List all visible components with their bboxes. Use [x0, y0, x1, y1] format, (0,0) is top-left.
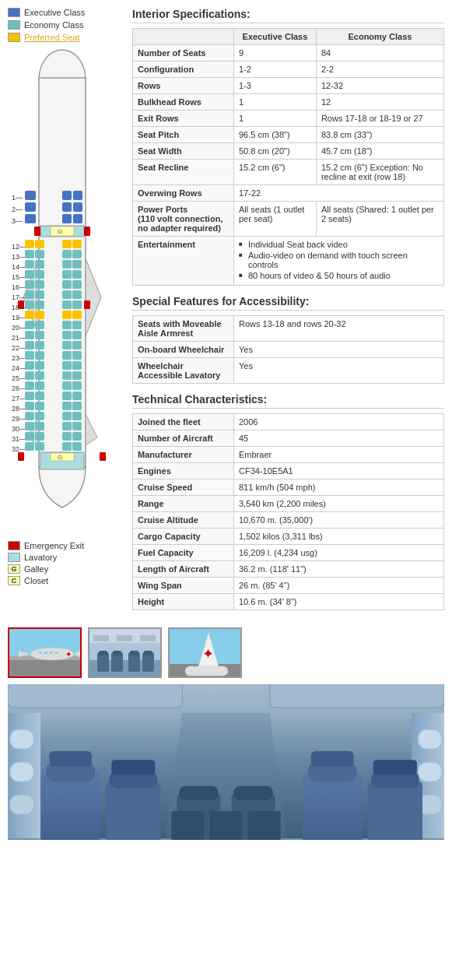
lavatory-legend-label: Lavatory — [24, 553, 57, 562]
spec-overwing-val: 17-22 — [234, 185, 444, 202]
seat-1A — [25, 191, 36, 200]
accessibility-val-wheelchair: Yes — [234, 342, 444, 358]
row-15-label: 15— — [12, 273, 26, 281]
spec-exec-seats: 9 — [234, 45, 317, 61]
spec-row-entertainment: Entertainment Individual Seat back video… — [133, 237, 444, 286]
seat-22A — [25, 341, 34, 349]
seat-18A — [25, 300, 34, 309]
seat-16A — [25, 280, 34, 289]
photo-thumb-2[interactable] — [88, 627, 162, 678]
row-18-label: 18— — [12, 304, 26, 311]
svg-marker-5 — [86, 414, 97, 445]
seat-25C — [35, 371, 44, 380]
seat-28F — [72, 402, 82, 410]
svg-rect-19 — [55, 652, 58, 654]
tech-label-manufacturer: Manufacturer — [133, 447, 234, 463]
row-2-label: 2— — [12, 205, 23, 213]
photo-thumbs: ✦ — [8, 627, 444, 678]
spec-label-overwing: Overwing Rows — [133, 185, 234, 202]
accessibility-row-armrest: Seats with Moveable Aisle Armrest Rows 1… — [133, 316, 444, 342]
seat-15C — [35, 270, 44, 279]
seat-30F — [72, 422, 82, 430]
accessibility-label-armrest: Seats with Moveable Aisle Armrest — [133, 316, 234, 342]
accessibility-title: Special Features for Accessibility: — [132, 295, 444, 311]
row-20-label: 20— — [12, 324, 26, 332]
accessibility-row-wheelchair: On-board Wheelchair Yes — [133, 342, 444, 358]
spec-exec-power: All seats (1 outlet per seat) — [234, 202, 317, 237]
spec-eco-bulkhead: 12 — [316, 94, 443, 111]
seat-24A — [25, 361, 34, 370]
legend-bottom: Emergency Exit Lavatory G Galley C Close… — [8, 541, 124, 585]
svg-rect-30 — [144, 651, 152, 655]
spec-row-power: Power Ports(110 volt connection, no adap… — [133, 202, 444, 237]
seat-22F — [72, 341, 82, 349]
spec-eco-rows: 12-32 — [316, 78, 443, 94]
spec-exec-recline: 15.2 cm (6") — [234, 160, 317, 185]
tech-row-fleet: Joined the fleet 2006 — [133, 414, 444, 430]
lavatory-legend-item: Lavatory — [8, 553, 124, 562]
row-27-label: 27— — [12, 395, 26, 402]
spec-eco-recline: 15.2 cm (6") Exception: No recline at ex… — [316, 160, 443, 185]
svg-rect-34 — [140, 635, 156, 641]
seat-29F — [72, 412, 82, 420]
closet-legend-label: Closet — [24, 576, 48, 585]
spec-col-exec: Executive Class — [234, 29, 317, 45]
seat-28A — [25, 402, 34, 410]
seat-28C — [35, 402, 44, 410]
galley-legend-label: Galley — [24, 564, 48, 574]
seat-16D — [62, 280, 72, 289]
accessibility-table: Seats with Moveable Aisle Armrest Rows 1… — [132, 315, 444, 384]
seat-14F — [72, 260, 82, 269]
exit-indicator-right-1 — [84, 227, 90, 236]
row-14-label: 14— — [12, 263, 26, 271]
preferred-legend-item: Preferred Seat — [8, 33, 124, 42]
preferred-legend-box — [8, 33, 20, 42]
seat-17F — [72, 290, 82, 299]
spec-label-bulkhead: Bulkhead Rows — [133, 94, 234, 111]
seat-30D — [62, 422, 72, 430]
tech-row-cargo: Cargo Capacity 1,502 kilos (3,311 lbs) — [133, 529, 444, 545]
seat-17A — [25, 290, 34, 299]
row-25-label: 25— — [12, 374, 26, 382]
seat-14C — [35, 260, 44, 269]
seat-2A — [25, 202, 36, 212]
row-31-label: 31— — [12, 435, 26, 443]
tech-label-aircraft-num: Number of Aircraft — [133, 430, 234, 447]
seat-26C — [35, 381, 44, 390]
tech-val-aircraft-num: 45 — [234, 430, 444, 447]
seat-19C — [35, 311, 44, 319]
spec-exec-exit: 1 — [234, 111, 317, 127]
seat-3A — [25, 214, 36, 223]
spec-label-rows: Rows — [133, 78, 234, 94]
seat-13D — [62, 250, 72, 258]
spec-row-exit: Exit Rows 1 Rows 17-18 or 18-19 or 27 — [133, 111, 444, 127]
accessibility-val-armrest: Rows 13-18 and rows 20-32 — [234, 316, 444, 342]
seat-14D — [62, 260, 72, 269]
entertainment-item-3: 80 hours of video & 50 hours of audio — [239, 271, 439, 280]
photo-thumb-3[interactable]: ✦ — [168, 627, 242, 678]
seat-20D — [62, 321, 72, 329]
svg-marker-3 — [86, 258, 101, 336]
seat-3F — [73, 214, 82, 223]
economy-legend-label: Economy Class — [24, 20, 83, 30]
spec-label-power: Power Ports(110 volt connection, no adap… — [133, 202, 234, 237]
seat-31A — [25, 432, 34, 441]
photo-thumb-1[interactable]: ✦ — [8, 627, 82, 678]
galley-legend-item: G Galley — [8, 564, 124, 574]
row-16-label: 16— — [12, 283, 26, 291]
seat-25D — [62, 371, 72, 380]
spec-col-eco: Economy Class — [316, 29, 443, 45]
economy-legend-box — [8, 20, 20, 30]
seat-19A — [25, 311, 34, 319]
spec-exec-config: 1-2 — [234, 61, 317, 78]
preferred-legend-link[interactable]: Preferred Seat — [24, 33, 80, 42]
svg-rect-28 — [113, 651, 121, 655]
galley-legend-box: G — [8, 564, 20, 574]
tech-label-fleet: Joined the fleet — [133, 414, 234, 430]
row-22-label: 22— — [12, 344, 26, 352]
technical-title: Technical Characteristics: — [132, 393, 444, 409]
row-28-label: 28— — [12, 405, 26, 413]
tech-val-height: 10.6 m. (34' 8") — [234, 594, 444, 610]
closet-legend-box: C — [8, 576, 20, 585]
seat-22D — [62, 341, 72, 349]
